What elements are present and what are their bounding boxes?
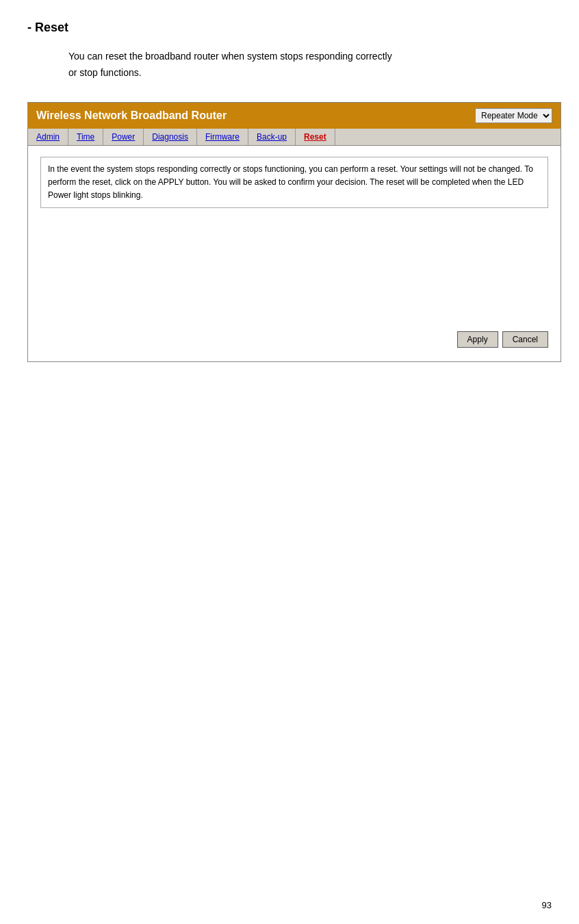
- router-header: Wireless Network Broadband Router Repeat…: [28, 103, 561, 129]
- mode-selector[interactable]: Repeater Mode: [475, 108, 552, 123]
- reset-info-text: In the event the system stops responding…: [40, 157, 548, 209]
- router-nav: Admin Time Power Diagnosis Firmware Back…: [28, 129, 561, 146]
- nav-item-admin[interactable]: Admin: [28, 129, 68, 145]
- body-line1: You can reset the broadband router when …: [68, 49, 552, 65]
- nav-item-diagnosis[interactable]: Diagnosis: [144, 129, 197, 145]
- mode-select[interactable]: Repeater Mode: [475, 108, 552, 123]
- nav-item-backup[interactable]: Back-up: [248, 129, 296, 145]
- nav-item-firmware[interactable]: Firmware: [197, 129, 248, 145]
- nav-item-time[interactable]: Time: [68, 129, 103, 145]
- section-title: - Reset: [27, 21, 552, 35]
- button-row: Apply Cancel: [40, 331, 548, 348]
- body-line2: or stop functions.: [68, 65, 552, 81]
- router-ui: Wireless Network Broadband Router Repeat…: [27, 102, 561, 363]
- cancel-button[interactable]: Cancel: [502, 331, 548, 348]
- apply-button[interactable]: Apply: [457, 331, 498, 348]
- nav-item-power[interactable]: Power: [103, 129, 144, 145]
- nav-item-reset[interactable]: Reset: [296, 129, 335, 145]
- page-number: 93: [542, 900, 552, 910]
- router-title: Wireless Network Broadband Router: [36, 110, 227, 122]
- router-main: In the event the system stops responding…: [28, 146, 561, 362]
